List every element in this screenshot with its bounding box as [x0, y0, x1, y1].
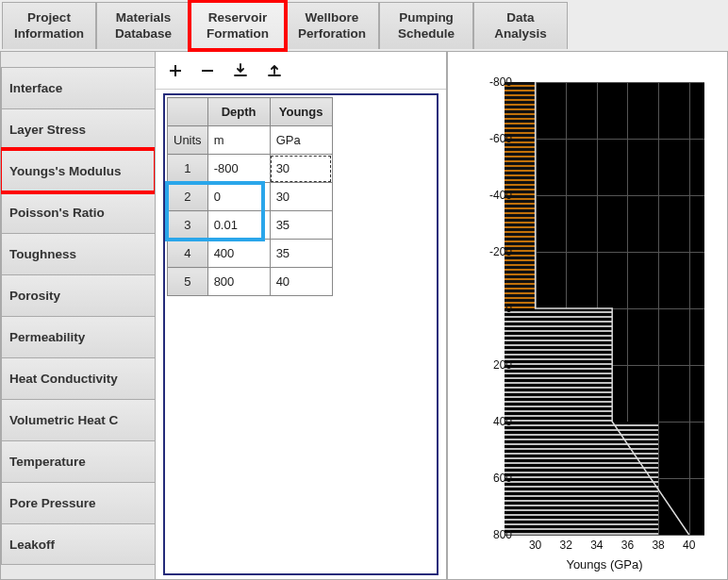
th-blank — [168, 98, 208, 126]
y-tick: 0 — [474, 302, 512, 315]
tab-pumping-schedule[interactable]: Pumping Schedule — [379, 2, 473, 49]
x-tick: 38 — [652, 539, 664, 552]
sidebar-item-pore-pressure[interactable]: Pore Pressure — [1, 482, 155, 523]
y-tick: 200 — [474, 358, 512, 372]
th-depth[interactable]: Depth — [207, 98, 270, 126]
units-youngs[interactable]: GPa — [270, 126, 332, 155]
th-youngs[interactable]: Youngs — [270, 98, 332, 126]
export-button[interactable] — [267, 63, 282, 78]
x-tick: 30 — [529, 539, 541, 552]
row-5-youngs[interactable]: 40 — [270, 268, 332, 296]
x-tick: 36 — [621, 539, 634, 552]
sidebar-item-heat-conductivity[interactable]: Heat Conductivity — [1, 357, 155, 399]
tab-reservoir-formation[interactable]: Reservoir Formation — [190, 2, 285, 49]
remove-row-button[interactable] — [201, 64, 214, 77]
import-button[interactable] — [233, 63, 248, 78]
x-axis-label: Youngs (GPa) — [505, 557, 704, 572]
table-toolbar — [156, 52, 446, 90]
row-5-depth[interactable]: 800 — [207, 268, 270, 296]
row-units-label: Units — [168, 126, 208, 155]
row-5-n: 5 — [168, 268, 208, 296]
row-2-depth[interactable]: 0 — [207, 183, 270, 211]
sidebar-item-leakoff[interactable]: Leakoff — [1, 523, 155, 565]
sidebar-item-poissons-ratio[interactable]: Poisson's Ratio — [1, 191, 155, 233]
plot-area — [505, 82, 704, 535]
tab-project-information[interactable]: Project Information — [2, 2, 96, 49]
sidebar-item-volumetric-heat[interactable]: Volumetric Heat C — [1, 399, 155, 440]
tab-wellbore-perforation[interactable]: Wellbore Perforation — [285, 2, 379, 49]
row-1-youngs[interactable]: 30 — [270, 155, 332, 183]
tab-data-analysis[interactable]: Data Analysis — [473, 2, 568, 49]
sidebar-item-toughness[interactable]: Toughness — [1, 233, 155, 274]
x-tick: 34 — [590, 539, 603, 552]
row-1-n: 1 — [168, 155, 208, 183]
sidebar-item-temperature[interactable]: Temperature — [1, 440, 155, 482]
center-pane: Depth Youngs Units m GPa 1 -800 30 2 0 3… — [155, 51, 447, 580]
row-3-depth[interactable]: 0.01 — [207, 211, 270, 240]
sidebar-item-layer-stress[interactable]: Layer Stress — [1, 108, 155, 150]
data-table[interactable]: Depth Youngs Units m GPa 1 -800 30 2 0 3… — [167, 97, 333, 296]
sidebar-item-youngs-modulus[interactable]: Youngs's Modulus — [1, 150, 155, 191]
tab-materials-database[interactable]: Materials Database — [96, 2, 190, 49]
sidebar-item-porosity[interactable]: Porosity — [1, 274, 155, 316]
y-tick: 600 — [474, 472, 512, 485]
sidebar-item-interface[interactable]: Interface — [1, 67, 155, 108]
row-1-depth[interactable]: -800 — [207, 155, 270, 183]
x-tick: 32 — [560, 539, 572, 552]
y-tick: -200 — [474, 245, 512, 258]
units-depth[interactable]: m — [207, 126, 270, 155]
top-tabs: Project Information Materials Database R… — [0, 0, 728, 49]
sidebar-item-permeability[interactable]: Permeability — [1, 316, 155, 357]
row-4-n: 4 — [168, 240, 208, 268]
table-wrap: Depth Youngs Units m GPa 1 -800 30 2 0 3… — [163, 93, 438, 575]
row-4-youngs[interactable]: 35 — [270, 240, 332, 268]
y-tick: 800 — [474, 528, 512, 541]
add-row-button[interactable] — [169, 64, 182, 77]
y-tick: -800 — [474, 75, 512, 89]
row-2-youngs[interactable]: 30 — [270, 183, 332, 211]
chart: 303234363840-800-600-400-200020040060080… — [459, 82, 716, 579]
row-3-n: 3 — [168, 211, 208, 240]
x-tick: 40 — [683, 539, 695, 552]
row-2-n: 2 — [168, 183, 208, 211]
body-row: Interface Layer Stress Youngs's Modulus … — [0, 51, 728, 580]
plot-pane: 303234363840-800-600-400-200020040060080… — [447, 51, 728, 580]
y-tick: -600 — [474, 132, 512, 145]
sidebar: Interface Layer Stress Youngs's Modulus … — [0, 51, 155, 580]
row-3-youngs[interactable]: 35 — [270, 211, 332, 240]
y-tick: 400 — [474, 415, 512, 428]
y-tick: -400 — [474, 189, 512, 202]
row-4-depth[interactable]: 400 — [207, 240, 270, 268]
